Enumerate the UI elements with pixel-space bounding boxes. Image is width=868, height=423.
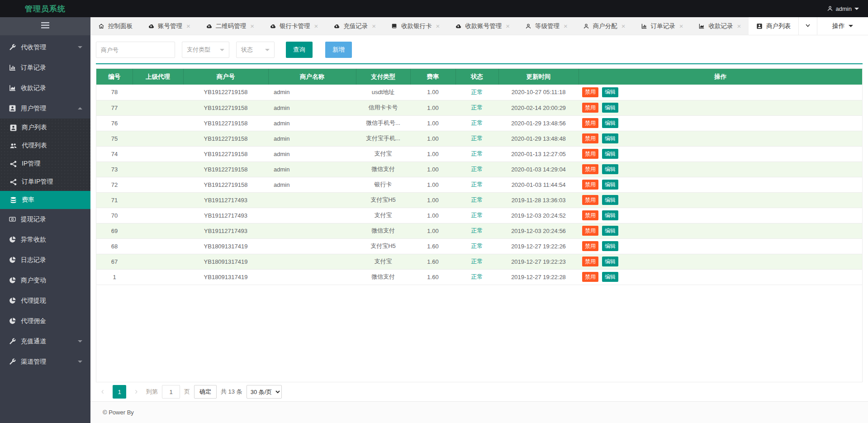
operations-dropdown[interactable]: 操作: [817, 17, 868, 35]
status-badge: 正常: [471, 135, 483, 142]
hamburger-icon: [41, 22, 49, 30]
sidebar-item[interactable]: 费率: [0, 191, 90, 209]
close-icon[interactable]: ×: [506, 23, 510, 29]
current-page[interactable]: 1: [113, 385, 126, 399]
wrench-icon: [9, 43, 16, 51]
tab[interactable]: 控制面板: [90, 17, 140, 35]
prev-page-button[interactable]: [97, 385, 109, 399]
sidebar-collapse-button[interactable]: [0, 17, 90, 35]
close-icon[interactable]: ×: [737, 23, 741, 29]
status-select[interactable]: 状态: [236, 42, 275, 58]
edit-button[interactable]: 编辑: [602, 87, 618, 97]
sidebar-item[interactable]: 收款记录: [0, 78, 90, 98]
disable-button[interactable]: 禁用: [582, 118, 598, 128]
sidebar-item[interactable]: 异常收款: [0, 229, 90, 250]
page-suffix-label: 页: [184, 388, 190, 396]
disable-button[interactable]: 禁用: [582, 164, 598, 174]
column-header: 上级代理: [133, 69, 183, 85]
tab[interactable]: 订单记录×: [633, 17, 691, 35]
cell-actions: 禁用编辑: [579, 254, 862, 269]
tab[interactable]: 银行卡管理×: [262, 17, 326, 35]
tab[interactable]: 收款记录×: [691, 17, 749, 35]
tab[interactable]: 收款银行卡×: [384, 17, 447, 35]
close-icon[interactable]: ×: [564, 23, 568, 29]
cell-actions: 禁用编辑: [579, 269, 862, 285]
tab[interactable]: 二维码管理×: [198, 17, 262, 35]
goto-page-input[interactable]: [162, 385, 180, 399]
pay-type-select[interactable]: 支付类型: [182, 42, 229, 58]
disable-button[interactable]: 禁用: [582, 241, 598, 251]
edit-button[interactable]: 编辑: [602, 241, 618, 251]
confirm-page-button[interactable]: 确定: [194, 385, 217, 399]
tab-collapse-button[interactable]: [798, 17, 816, 35]
tab[interactable]: 商户分配×: [575, 17, 633, 35]
cell-agent: [133, 269, 183, 285]
cell-status: 正常: [455, 131, 498, 146]
merchant-no-input[interactable]: [96, 42, 175, 58]
sidebar-item[interactable]: IP管理: [0, 155, 90, 173]
sidebar-item-label: 用户管理: [21, 105, 46, 113]
sidebar-item[interactable]: 代理提现: [0, 290, 90, 311]
disable-button[interactable]: 禁用: [582, 103, 598, 113]
tab[interactable]: 等级管理×: [517, 17, 575, 35]
disable-button[interactable]: 禁用: [582, 210, 598, 220]
sidebar-item[interactable]: 代理佣金: [0, 311, 90, 331]
tab-label: 商户列表: [766, 22, 791, 30]
next-page-button[interactable]: [130, 385, 142, 399]
tab[interactable]: 收款账号管理×: [447, 17, 517, 35]
disable-button[interactable]: 禁用: [582, 133, 598, 143]
tab[interactable]: 充值记录×: [326, 17, 384, 35]
sidebar-item[interactable]: 日志记录: [0, 250, 90, 270]
cell-rate: 1.00: [410, 192, 455, 208]
edit-button[interactable]: 编辑: [602, 226, 618, 236]
disable-button[interactable]: 禁用: [582, 149, 598, 159]
edit-button[interactable]: 编辑: [602, 164, 618, 174]
disable-button[interactable]: 禁用: [582, 195, 598, 205]
close-icon[interactable]: ×: [314, 23, 318, 29]
edit-button[interactable]: 编辑: [602, 195, 618, 205]
caret-down-icon: [265, 49, 270, 51]
sidebar-item[interactable]: 商户列表: [0, 119, 90, 137]
status-badge: 正常: [471, 104, 483, 111]
disable-button[interactable]: 禁用: [582, 226, 598, 236]
add-button[interactable]: 新增: [325, 42, 352, 58]
sidebar-item-label: 日志记录: [21, 256, 46, 264]
disable-button[interactable]: 禁用: [582, 257, 598, 266]
cell-updated: 2020-01-03 11:44:54: [498, 177, 579, 192]
close-icon[interactable]: ×: [372, 23, 376, 29]
edit-button[interactable]: 编辑: [602, 103, 618, 113]
sidebar-item[interactable]: 充值通道: [0, 331, 90, 352]
edit-button[interactable]: 编辑: [602, 180, 618, 190]
sidebar-item[interactable]: 订单IP管理: [0, 173, 90, 191]
page-footer: © Power By: [90, 401, 868, 423]
disable-button[interactable]: 禁用: [582, 180, 598, 190]
sidebar-item[interactable]: 代收管理: [0, 37, 90, 57]
close-icon[interactable]: ×: [679, 23, 683, 29]
edit-button[interactable]: 编辑: [602, 133, 618, 143]
close-icon[interactable]: ×: [250, 23, 254, 29]
cell-merchant-name: admin: [268, 162, 356, 177]
disable-button[interactable]: 禁用: [582, 87, 598, 97]
sidebar-item[interactable]: 用户管理: [0, 98, 90, 119]
edit-button[interactable]: 编辑: [602, 257, 618, 266]
close-icon[interactable]: ×: [186, 23, 190, 29]
sidebar-item[interactable]: 订单记录: [0, 57, 90, 78]
sidebar-item[interactable]: 渠道管理: [0, 352, 90, 372]
user-menu[interactable]: admin: [827, 5, 868, 12]
disable-button[interactable]: 禁用: [582, 272, 598, 282]
page-size-select[interactable]: 30 条/页: [247, 385, 282, 399]
edit-button[interactable]: 编辑: [602, 149, 618, 159]
close-icon[interactable]: ×: [436, 23, 440, 29]
table-row: 74YB19122719158admin支付宝1.00正常2020-01-13 …: [96, 146, 862, 162]
sidebar-item[interactable]: 提现记录: [0, 209, 90, 229]
sidebar-item[interactable]: 商户变动: [0, 270, 90, 290]
sidebar-item[interactable]: 代理列表: [0, 137, 90, 155]
edit-button[interactable]: 编辑: [602, 118, 618, 128]
close-icon[interactable]: ×: [621, 23, 626, 29]
edit-button[interactable]: 编辑: [602, 210, 618, 220]
search-button[interactable]: 查询: [286, 42, 313, 58]
edit-button[interactable]: 编辑: [602, 272, 618, 282]
tab[interactable]: 账号管理×: [140, 17, 198, 35]
tab[interactable]: 商户列表: [749, 17, 798, 35]
sidebar-menu: 代收管理订单记录收款记录用户管理商户列表代理列表IP管理订单IP管理费率提现记录…: [0, 35, 90, 372]
